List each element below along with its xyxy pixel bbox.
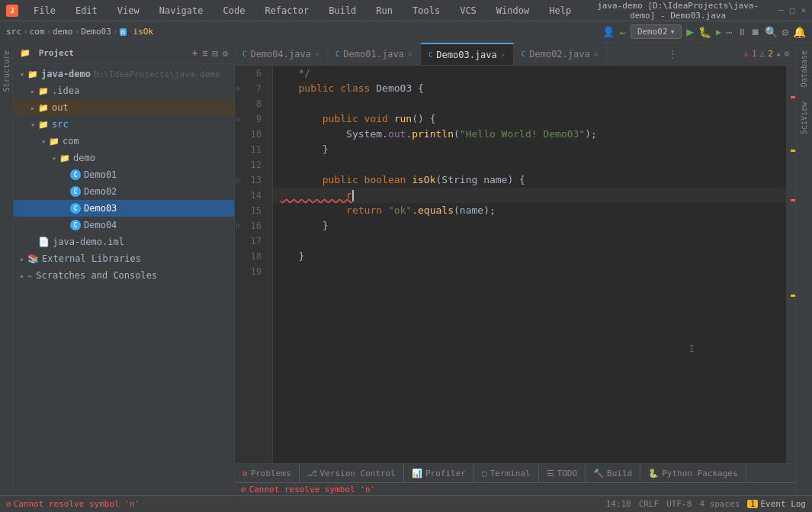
bottom-panel: ⊘ Problems ⎇ Version Control 📊 Profiler … — [235, 463, 795, 495]
tree-item-idea[interactable]: ▸ 📁 .idea — [14, 82, 234, 99]
ext-libs-icon: 📚 — [27, 253, 39, 264]
error-count: ⚠ — [743, 49, 749, 59]
folder-icon-idea: 📁 — [38, 86, 49, 96]
structure-panel-label[interactable]: Structure — [1, 46, 12, 96]
settings-icon[interactable]: ⚙ — [782, 26, 788, 38]
notifications-icon[interactable]: 🔔 — [793, 26, 806, 38]
iml-icon: 📄 — [38, 237, 50, 247]
bottom-tab-todo[interactable]: ☰ TODO — [539, 464, 586, 482]
tab-demo01[interactable]: C Demo01.java ✕ — [328, 43, 421, 65]
todo-icon: ☰ — [547, 469, 554, 478]
menu-view[interactable]: View — [111, 4, 146, 18]
breadcrumb-project[interactable]: src — [6, 27, 21, 37]
settings-errors-icon[interactable]: ⚙ — [784, 49, 789, 59]
breadcrumb-com[interactable]: com — [30, 27, 45, 37]
tree-arrow-idea: ▸ — [27, 87, 38, 95]
tree-path-java-demo: D:\IdeaProjects\java-demo — [94, 69, 220, 79]
tree-item-src[interactable]: ▾ 📁 src — [14, 116, 234, 133]
bottom-tab-vcs[interactable]: ⎇ Version Control — [300, 464, 404, 482]
tab-label-demo04: Demo04.java — [250, 49, 310, 60]
add-icon[interactable]: + — [192, 48, 197, 59]
terminal-icon: ▢ — [482, 469, 487, 478]
tree-arrow-src: ▾ — [27, 121, 38, 129]
python-icon: 🐍 — [648, 469, 659, 478]
tree-item-com[interactable]: ▾ 📁 com — [14, 133, 234, 150]
menu-navigate[interactable]: Navigate — [153, 4, 210, 18]
tree-item-demo03[interactable]: ▸ C Demo03 — [14, 200, 234, 217]
minimize-btn[interactable]: ─ — [778, 5, 784, 15]
tree-item-java-demo[interactable]: ▾ 📁 java-demo D:\IdeaProjects\java-demo — [14, 66, 234, 82]
event-log[interactable]: 1 Event Log — [747, 499, 806, 509]
tree-item-ext-libs[interactable]: ▸ 📚 External Libraries — [14, 250, 234, 267]
run-button[interactable]: ▶ — [686, 24, 694, 39]
menu-refactor[interactable]: Refactor — [258, 4, 315, 18]
tab-close-demo02[interactable]: ✕ — [594, 50, 599, 58]
python-label: Python Packages — [662, 469, 737, 478]
expand-errors-icon[interactable]: ▴ — [776, 49, 782, 59]
menu-code[interactable]: Code — [217, 4, 252, 18]
tree-item-demo04[interactable]: ▸ C Demo04 — [14, 217, 234, 233]
window-title: java-demo [D:\IdeaProjects\java-demo] - … — [586, 1, 769, 21]
database-panel-label[interactable]: Database — [798, 46, 810, 92]
tree-item-demo02[interactable]: ▸ C Demo02 — [14, 183, 234, 200]
terminal-label: Terminal — [490, 469, 531, 478]
debug-icon[interactable]: 🐛 — [698, 26, 711, 38]
bottom-tab-terminal[interactable]: ▢ Terminal — [474, 464, 539, 482]
nav-back-icon[interactable]: ← — [619, 26, 625, 38]
menu-help[interactable]: Help — [543, 4, 577, 18]
folder-icon: 📁 — [27, 69, 38, 79]
tree-item-demo[interactable]: ▾ 📁 demo — [14, 150, 234, 166]
nav-stop-icon[interactable]: ⏹ — [751, 27, 760, 37]
dropdown-icon: ▾ — [670, 27, 676, 37]
coverage-icon[interactable]: ▶ — [716, 27, 721, 37]
sciview-panel-label[interactable]: SciView — [798, 98, 810, 139]
profile-icon[interactable]: 👤 — [602, 26, 615, 37]
tree-item-iml[interactable]: ▸ 📄 java-demo.iml — [14, 233, 234, 250]
menu-vcs[interactable]: VCS — [454, 4, 483, 18]
mouse-cursor-indicator: I — [689, 341, 695, 356]
menu-tools[interactable]: Tools — [406, 4, 446, 18]
menu-edit[interactable]: Edit — [69, 4, 104, 18]
expand-all-icon[interactable]: ≡ — [202, 48, 207, 59]
tab-close-demo01[interactable]: ✕ — [408, 50, 412, 58]
tab-more-icon[interactable]: ⋮ — [668, 49, 677, 60]
tab-close-demo03[interactable]: ✕ — [501, 50, 505, 59]
tree-item-demo01[interactable]: ▸ C Demo01 — [14, 166, 234, 183]
breadcrumb-demo[interactable]: demo — [53, 27, 73, 37]
tab-close-demo04[interactable]: ✕ — [315, 50, 319, 58]
menu-run[interactable]: Run — [370, 4, 399, 18]
tree-label-demo01: Demo01 — [84, 169, 117, 180]
menu-build[interactable]: Build — [323, 4, 362, 18]
build-label: Build — [607, 469, 632, 478]
menu-file[interactable]: File — [27, 4, 62, 18]
collapse-all-icon[interactable]: ⊟ — [213, 48, 218, 59]
bottom-tab-problems[interactable]: ⊘ Problems — [235, 464, 300, 482]
tree-item-scratches[interactable]: ▸ ✏ Scratches and Consoles — [14, 267, 234, 284]
tab-demo02[interactable]: C Demo02.java ✕ — [514, 43, 607, 65]
tab-demo04[interactable]: C Demo04.java ✕ — [235, 43, 328, 65]
breadcrumb-demo03[interactable]: Demo03 — [81, 27, 111, 37]
tab-demo03[interactable]: C Demo03.java ✕ — [421, 43, 514, 65]
class-icon-demo01: C — [70, 169, 81, 180]
close-btn[interactable]: ✕ — [801, 5, 806, 15]
gutter-13: ▷ 13 — [235, 172, 266, 188]
nav-pause-icon[interactable]: ⏸ — [737, 27, 746, 37]
indent[interactable]: 4 spaces — [699, 499, 740, 509]
tree-label-iml: java-demo.iml — [53, 237, 124, 247]
bottom-tab-profiler[interactable]: 📊 Profiler — [404, 464, 474, 482]
todo-label: TODO — [557, 469, 578, 478]
project-icon: 📁 — [20, 48, 30, 58]
menu-window[interactable]: Window — [490, 4, 535, 18]
run-config-selector[interactable]: Demo02 ▾ — [631, 24, 682, 39]
search-icon[interactable]: 🔍 — [765, 26, 778, 38]
maximize-btn[interactable]: □ — [790, 5, 795, 15]
line-ending[interactable]: CRLF — [639, 499, 660, 509]
bottom-tab-build[interactable]: 🔨 Build — [586, 464, 640, 482]
bottom-tab-python[interactable]: 🐍 Python Packages — [640, 464, 746, 482]
tree-item-out[interactable]: ▸ 📁 out — [14, 99, 234, 116]
encoding[interactable]: UTF-8 — [666, 499, 692, 509]
more-run-icon[interactable]: ⋯ — [726, 26, 732, 38]
breadcrumb-method[interactable]: m isOk — [120, 27, 154, 37]
sidebar-settings-icon[interactable]: ⚙ — [223, 48, 228, 59]
code-editor[interactable]: */ public class Demo03 { public void run… — [273, 66, 786, 463]
